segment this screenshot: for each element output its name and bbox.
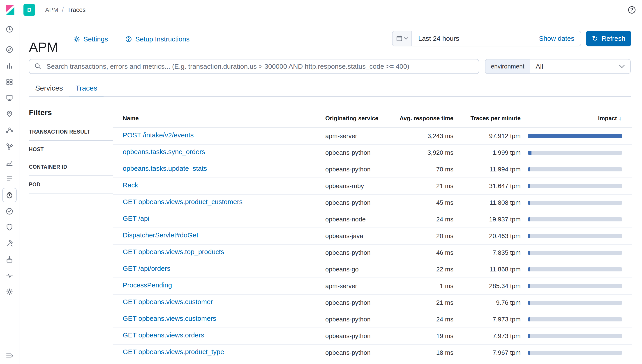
- trace-name-link[interactable]: GET opbeans.views.top_products: [123, 248, 224, 256]
- gear-icon: [73, 36, 80, 43]
- search-input[interactable]: [29, 59, 479, 74]
- impact-cell: [521, 267, 632, 272]
- breadcrumb-traces: Traces: [67, 6, 86, 14]
- settings-link[interactable]: Settings: [73, 35, 108, 44]
- trace-name-link[interactable]: POST /intake/v2/events: [123, 131, 194, 139]
- avg-response-time-cell: 22 ms: [393, 266, 454, 273]
- impact-cell: [521, 284, 632, 288]
- avg-response-time-cell: 3,243 ms: [393, 132, 454, 140]
- filter-group-toggle[interactable]: POD: [29, 176, 113, 194]
- avg-response-time-cell: 46 ms: [393, 249, 454, 256]
- show-dates-link[interactable]: Show dates: [539, 35, 581, 42]
- trace-name-link[interactable]: GET opbeans.views.customer: [123, 298, 213, 306]
- trace-name-link[interactable]: GET opbeans.views.customers: [123, 315, 216, 322]
- table-row: GET opbeans.views.product_customersopbea…: [113, 194, 632, 211]
- avg-response-time-cell: 18 ms: [393, 349, 454, 356]
- traces-per-minute-cell: 285.34 tpm: [454, 282, 521, 290]
- visualize-icon[interactable]: [6, 62, 14, 70]
- breadcrumb-apm[interactable]: APM: [45, 6, 58, 14]
- breadcrumb-separator: /: [62, 6, 64, 14]
- impact-bar-track: [528, 217, 622, 222]
- dashboard-icon[interactable]: [6, 78, 14, 86]
- recently-viewed-icon[interactable]: [6, 25, 14, 33]
- column-header-traces-per-minute[interactable]: Traces per minute: [454, 115, 521, 122]
- impact-bar-track: [528, 151, 622, 155]
- trace-name-link[interactable]: GET opbeans.views.product_type: [123, 348, 224, 356]
- impact-bar-fill: [528, 267, 530, 272]
- trace-name-link[interactable]: DispatcherServlet#doGet: [123, 231, 198, 239]
- dev-tools-icon[interactable]: [6, 239, 14, 247]
- column-header-originating-service[interactable]: Originating service: [325, 115, 393, 122]
- trace-name-link[interactable]: opbeans.tasks.sync_orders: [123, 148, 205, 156]
- trace-name-link[interactable]: Rack: [123, 181, 138, 189]
- environment-value: All: [536, 62, 543, 70]
- discover-icon[interactable]: [6, 46, 14, 54]
- environment-filter: environment All: [485, 59, 631, 74]
- tab-services[interactable]: Services: [29, 80, 69, 97]
- impact-bar-fill: [528, 234, 530, 238]
- tab-traces[interactable]: Traces: [69, 80, 104, 97]
- trace-name-link[interactable]: GET opbeans.views.product_customers: [123, 198, 243, 206]
- stack-monitoring-icon[interactable]: [6, 272, 14, 280]
- filter-group-toggle[interactable]: CONTAINER ID: [29, 158, 113, 176]
- sort-desc-icon: ↓: [619, 115, 622, 122]
- traces-per-minute-cell: 20.463 tpm: [454, 232, 521, 240]
- impact-bar-track: [528, 301, 622, 305]
- impact-cell: [521, 151, 632, 155]
- apm-icon[interactable]: [6, 191, 14, 199]
- impact-cell: [521, 184, 632, 188]
- impact-bar-track: [528, 351, 622, 355]
- impact-bar-fill: [528, 251, 530, 255]
- collapse-nav-icon[interactable]: [6, 352, 14, 360]
- avg-response-time-cell: 21 ms: [393, 182, 454, 190]
- metrics-icon[interactable]: [6, 158, 14, 167]
- deployment-badge[interactable]: D: [24, 4, 35, 16]
- column-header-avg-response-time[interactable]: Avg. response time: [393, 115, 454, 122]
- management-icon[interactable]: [6, 288, 14, 296]
- date-quick-select-button[interactable]: [392, 31, 412, 46]
- fleet-icon[interactable]: [6, 256, 14, 264]
- table-row: Rackopbeans-ruby21 ms31.647 tpm: [113, 178, 632, 194]
- column-header-impact[interactable]: Impact ↓: [521, 115, 632, 122]
- chevron-down-icon: [619, 64, 625, 68]
- settings-label: Settings: [83, 35, 108, 43]
- machine-learning-icon[interactable]: [6, 126, 14, 134]
- logs-icon[interactable]: [6, 175, 14, 183]
- date-range-value[interactable]: Last 24 hours: [412, 35, 459, 42]
- uptime-icon[interactable]: [6, 207, 14, 215]
- impact-cell: [521, 134, 632, 138]
- impact-cell: [521, 301, 632, 305]
- kibana-logo[interactable]: [0, 0, 20, 20]
- originating-service-cell: opbeans-python: [325, 332, 393, 340]
- originating-service-cell: opbeans-python: [325, 166, 393, 173]
- avg-response-time-cell: 20 ms: [393, 232, 454, 240]
- avg-response-time-cell: 19 ms: [393, 332, 454, 340]
- refresh-button[interactable]: ↻ Refresh: [586, 31, 631, 46]
- table-row: opbeans.tasks.update_statsopbeans-python…: [113, 161, 632, 178]
- impact-cell: [521, 217, 632, 222]
- siem-icon[interactable]: [6, 223, 14, 231]
- traces-per-minute-cell: 1.999 tpm: [454, 149, 521, 156]
- help-menu-button[interactable]: [627, 6, 636, 14]
- trace-name-link[interactable]: GET opbeans.views.orders: [123, 331, 204, 339]
- filter-group-toggle[interactable]: HOST: [29, 141, 113, 158]
- impact-cell: [521, 351, 632, 355]
- originating-service-cell: apm-server: [325, 132, 393, 140]
- graph-icon[interactable]: [6, 142, 14, 150]
- trace-name-link[interactable]: GET /api/orders: [123, 265, 170, 272]
- trace-name-link[interactable]: ProcessPending: [123, 281, 172, 289]
- traces-table: Name Originating service Avg. response t…: [113, 109, 632, 364]
- environment-select[interactable]: All: [530, 60, 630, 74]
- canvas-icon[interactable]: [6, 94, 14, 102]
- originating-service-cell: opbeans-go: [325, 266, 393, 273]
- maps-icon[interactable]: [6, 110, 14, 118]
- refresh-icon: ↻: [592, 35, 598, 42]
- setup-instructions-link[interactable]: Setup Instructions: [125, 35, 189, 44]
- page-title: APM: [29, 39, 58, 56]
- column-header-name[interactable]: Name: [113, 115, 325, 122]
- filter-group-toggle[interactable]: TRANSACTION RESULT: [29, 123, 113, 141]
- trace-name-link[interactable]: GET /api: [123, 215, 149, 222]
- trace-name-link[interactable]: opbeans.tasks.update_stats: [123, 165, 207, 172]
- impact-bar-track: [528, 334, 622, 338]
- apm-traces-app: D APM / Traces: [0, 0, 642, 364]
